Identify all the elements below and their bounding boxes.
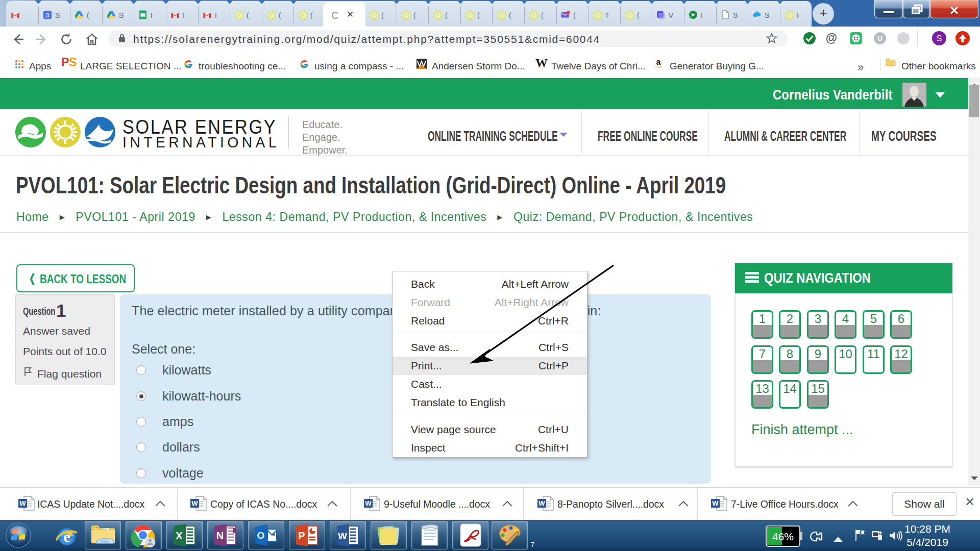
svg-text:S: S (69, 57, 77, 69)
svg-text:W: W (538, 499, 545, 507)
svg-text:S: S (937, 34, 942, 43)
svg-text:O: O (257, 530, 265, 541)
svg-text:X: X (176, 530, 183, 541)
svg-text:46%: 46% (772, 531, 794, 542)
svg-text:a: a (656, 58, 661, 66)
svg-text:W: W (338, 531, 347, 541)
svg-text:N: N (216, 530, 224, 541)
svg-text:W: W (712, 499, 719, 507)
svg-text:3: 3 (46, 12, 49, 18)
svg-text:U: U (877, 35, 882, 42)
svg-text:W: W (535, 57, 548, 69)
svg-text:P: P (61, 57, 69, 69)
svg-text:@: @ (826, 31, 837, 44)
svg-text:W: W (365, 499, 372, 507)
svg-text:W: W (19, 499, 26, 507)
svg-text:W: W (191, 499, 198, 507)
svg-text:P: P (298, 530, 305, 541)
